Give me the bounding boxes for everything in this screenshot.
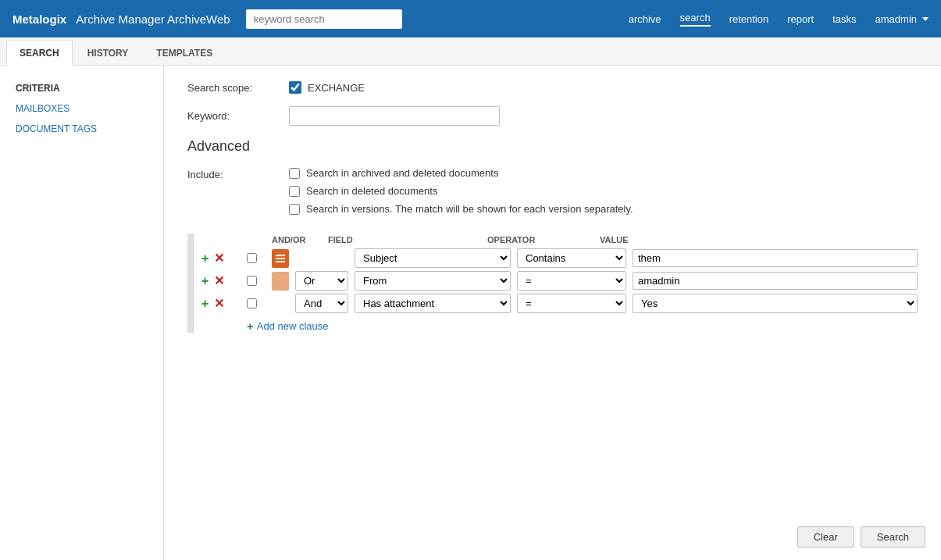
exchange-label: EXCHANGE xyxy=(308,82,365,94)
sidebar-criteria[interactable]: CRITERIA xyxy=(0,78,163,98)
main-layout: CRITERIA MAILBOXES DOCUMENT TAGS Search … xyxy=(0,66,941,560)
clause-1-field[interactable]: Subject From To Has attachment Date Size xyxy=(355,248,511,268)
clear-button[interactable]: Clear xyxy=(797,526,854,548)
tab-templates[interactable]: TEMPLATES xyxy=(143,41,226,65)
clause-3-group-check xyxy=(247,298,269,309)
clause-left-bar xyxy=(187,234,194,333)
nav-archive[interactable]: archive xyxy=(629,13,661,25)
clause-3-field[interactable]: Subject From To Has attachment Date Size xyxy=(355,294,511,313)
include-option-3[interactable]: Search in versions. The match will be sh… xyxy=(289,203,633,215)
footer-buttons: Clear Search xyxy=(797,526,925,548)
clause-2-group-check xyxy=(247,276,269,286)
include-deleted-label: Search in deleted documents xyxy=(306,185,437,197)
clause-1-field-select[interactable]: Subject From To Has attachment Date Size xyxy=(355,248,511,268)
field-header: FIELD xyxy=(328,234,484,245)
clause-2-checkbox[interactable] xyxy=(247,276,257,286)
clause-3-field-select[interactable]: Subject From To Has attachment Date Size xyxy=(355,294,511,313)
include-label: Include: xyxy=(187,167,289,180)
clause-row: + ✕ xyxy=(200,248,918,268)
col-header-andor xyxy=(247,235,249,244)
search-scope-row: Search scope: EXCHANGE xyxy=(187,81,918,94)
clause-3-operator[interactable]: Contains = != StartsWith xyxy=(517,294,626,313)
clause-3-value[interactable]: Yes No xyxy=(633,294,918,313)
clause-3-operator-select[interactable]: Contains = != StartsWith xyxy=(517,294,626,313)
content-area: Search scope: EXCHANGE Keyword: Advanced… xyxy=(164,66,941,560)
clause-3-group-placeholder xyxy=(272,294,289,313)
value-header: VALUE xyxy=(600,234,918,245)
keyword-search-input[interactable] xyxy=(246,9,402,29)
tab-search[interactable]: SEARCH xyxy=(6,41,73,66)
andor-header: AND/OR xyxy=(272,234,325,245)
clause-2-andor-select[interactable]: Or And xyxy=(295,271,348,291)
add-clause-link[interactable]: + Add new clause xyxy=(247,319,918,333)
search-button[interactable]: Search xyxy=(861,526,925,548)
include-deleted-checkbox[interactable] xyxy=(289,186,300,197)
clause-header: AND/OR FIELD OPERATOR VALUE xyxy=(200,234,918,245)
header: Metalogix Archive Manager ArchiveWeb arc… xyxy=(0,0,941,37)
clause-2-value-input[interactable] xyxy=(633,272,918,290)
clause-2-remove-button[interactable]: ✕ xyxy=(212,275,226,287)
clause-3-checkbox[interactable] xyxy=(247,298,257,309)
clause-1-value-input[interactable] xyxy=(633,249,918,267)
clause-1-group-check xyxy=(247,253,269,263)
include-archived-deleted-checkbox[interactable] xyxy=(289,168,300,179)
brand-name: Metalogix xyxy=(12,12,66,26)
clause-section: AND/OR FIELD OPERATOR VALUE xyxy=(187,234,918,333)
nav-amadmin[interactable]: amadmin xyxy=(875,13,929,25)
include-option-1[interactable]: Search in archived and deleted documents xyxy=(289,167,633,179)
add-clause-label: Add new clause xyxy=(257,320,329,332)
clause-2-value[interactable] xyxy=(633,272,918,290)
exchange-checkbox[interactable] xyxy=(289,81,301,94)
clause-1-operator-select[interactable]: Contains = != StartsWith xyxy=(517,248,626,268)
clause-2-field[interactable]: Subject From To Has attachment Date Size xyxy=(355,271,511,291)
app-title: Archive Manager ArchiveWeb xyxy=(76,12,230,26)
clause-1-value[interactable] xyxy=(633,249,918,267)
clause-2-field-select[interactable]: Subject From To Has attachment Date Size xyxy=(355,271,511,291)
clause-3-andor-select[interactable]: And Or xyxy=(295,294,348,313)
nav-report[interactable]: report xyxy=(787,13,814,25)
include-archived-deleted-label: Search in archived and deleted documents xyxy=(306,167,498,179)
chevron-down-icon xyxy=(922,17,929,21)
clause-1-actions: + ✕ xyxy=(200,252,244,265)
include-row: Include: Search in archived and deleted … xyxy=(187,167,918,215)
clause-2-add-button[interactable]: + xyxy=(200,275,210,287)
nav-retention[interactable]: retention xyxy=(729,13,769,25)
clause-1-operator[interactable]: Contains = != StartsWith xyxy=(517,248,626,268)
clause-3-actions: + ✕ xyxy=(200,298,244,310)
keyword-label: Keyword: xyxy=(187,110,289,122)
clause-3-andor[interactable]: And Or xyxy=(295,294,348,313)
clause-3-add-button[interactable]: + xyxy=(200,298,210,310)
clause-1-add-button[interactable]: + xyxy=(200,252,210,265)
clause-row: + ✕ Or And xyxy=(200,271,918,291)
sidebar: CRITERIA MAILBOXES DOCUMENT TAGS xyxy=(0,66,164,560)
include-versions-label: Search in versions. The match will be sh… xyxy=(306,203,633,215)
clause-2-actions: + ✕ xyxy=(200,275,244,287)
tab-bar: SEARCH HISTORY TEMPLATES xyxy=(0,37,941,66)
clause-3-remove-button[interactable]: ✕ xyxy=(212,298,226,310)
clause-2-operator[interactable]: Contains = != StartsWith xyxy=(517,271,626,291)
nav-tasks[interactable]: tasks xyxy=(832,13,856,25)
clause-1-remove-button[interactable]: ✕ xyxy=(212,252,226,265)
clause-2-andor[interactable]: Or And xyxy=(295,271,348,291)
clause-3-value-select[interactable]: Yes No xyxy=(633,294,918,313)
keyword-input[interactable] xyxy=(289,106,500,126)
clause-table: AND/OR FIELD OPERATOR VALUE xyxy=(200,234,918,333)
clause-2-operator-select[interactable]: Contains = != StartsWith xyxy=(517,271,626,291)
scope-control: EXCHANGE xyxy=(289,81,365,94)
operator-header: OPERATOR xyxy=(487,234,597,245)
col-header-actions xyxy=(200,235,202,244)
include-options: Search in archived and deleted documents… xyxy=(289,167,633,215)
nav-search[interactable]: search xyxy=(680,12,711,27)
tab-history[interactable]: HISTORY xyxy=(74,41,142,65)
clause-1-checkbox[interactable] xyxy=(247,253,257,263)
sidebar-document-tags[interactable]: DOCUMENT TAGS xyxy=(0,119,163,139)
brand-logo: Metalogix Archive Manager ArchiveWeb xyxy=(12,12,230,26)
include-versions-checkbox[interactable] xyxy=(289,204,300,215)
advanced-section: Advanced Include: Search in archived and… xyxy=(187,138,918,215)
include-option-2[interactable]: Search in deleted documents xyxy=(289,185,633,197)
sidebar-mailboxes[interactable]: MAILBOXES xyxy=(0,98,163,119)
keyword-row: Keyword: xyxy=(187,106,918,126)
add-clause-plus-icon: + xyxy=(247,319,254,333)
clause-1-group-badge xyxy=(272,249,289,268)
main-nav: archive search retention report tasks am… xyxy=(629,12,929,27)
